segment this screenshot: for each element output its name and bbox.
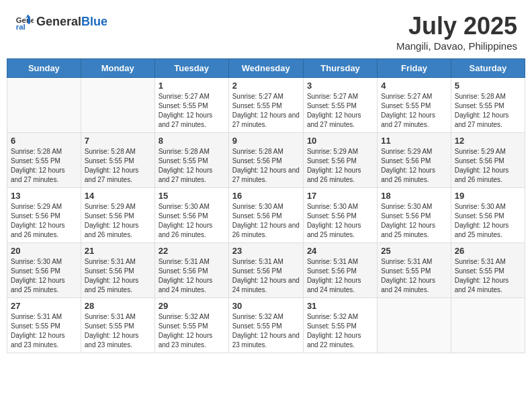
calendar-day-cell: 17 Sunrise: 5:30 AM Sunset: 5:56 PM Dayl… xyxy=(303,188,377,243)
day-info: Sunrise: 5:30 AM Sunset: 5:56 PM Dayligh… xyxy=(159,202,225,240)
calendar-day-cell: 31 Sunrise: 5:32 AM Sunset: 5:55 PM Dayl… xyxy=(303,298,377,353)
calendar-day-cell xyxy=(81,78,154,133)
daylight-label: Daylight: 12 hours and 24 minutes. xyxy=(159,277,213,293)
sunrise-label: Sunrise: 5:31 AM xyxy=(307,258,358,265)
sunset-label: Sunset: 5:56 PM xyxy=(11,212,60,220)
day-info: Sunrise: 5:29 AM Sunset: 5:56 PM Dayligh… xyxy=(307,147,373,185)
sunrise-label: Sunrise: 5:29 AM xyxy=(455,148,506,155)
sunrise-label: Sunrise: 5:30 AM xyxy=(455,203,506,210)
sunrise-label: Sunrise: 5:31 AM xyxy=(381,258,432,265)
sunset-label: Sunset: 5:56 PM xyxy=(85,267,134,275)
day-number: 4 xyxy=(381,81,447,91)
sunset-label: Sunset: 5:55 PM xyxy=(85,322,134,330)
sunset-label: Sunset: 5:56 PM xyxy=(232,157,282,165)
sunset-label: Sunset: 5:56 PM xyxy=(159,212,208,220)
sunset-label: Sunset: 5:56 PM xyxy=(307,267,357,275)
sunrise-label: Sunrise: 5:28 AM xyxy=(11,148,62,155)
sunrise-label: Sunrise: 5:30 AM xyxy=(381,203,432,210)
day-info: Sunrise: 5:30 AM Sunset: 5:56 PM Dayligh… xyxy=(381,202,447,240)
calendar-day-cell: 2 Sunrise: 5:27 AM Sunset: 5:55 PM Dayli… xyxy=(228,78,303,133)
day-number: 5 xyxy=(455,81,521,91)
sunset-label: Sunset: 5:55 PM xyxy=(85,157,134,165)
daylight-label: Daylight: 12 hours and 26 minutes. xyxy=(85,222,139,238)
day-header-thursday: Thursday xyxy=(303,59,377,78)
day-info: Sunrise: 5:31 AM Sunset: 5:56 PM Dayligh… xyxy=(85,257,151,295)
calendar-day-cell: 24 Sunrise: 5:31 AM Sunset: 5:56 PM Dayl… xyxy=(303,243,377,298)
calendar-day-cell: 3 Sunrise: 5:27 AM Sunset: 5:55 PM Dayli… xyxy=(303,78,377,133)
daylight-label: Daylight: 12 hours and 27 minutes. xyxy=(381,111,435,128)
day-header-saturday: Saturday xyxy=(451,59,525,78)
sunset-label: Sunset: 5:55 PM xyxy=(455,102,504,109)
daylight-label: Daylight: 12 hours and 26 minutes. xyxy=(455,167,509,183)
day-number: 7 xyxy=(85,136,151,146)
sunrise-label: Sunrise: 5:32 AM xyxy=(307,313,358,320)
day-number: 25 xyxy=(381,246,447,256)
sunset-label: Sunset: 5:56 PM xyxy=(455,212,504,220)
day-header-wednesday: Wednesday xyxy=(228,59,303,78)
daylight-label: Daylight: 12 hours and 24 minutes. xyxy=(232,277,300,293)
day-info: Sunrise: 5:28 AM Sunset: 5:55 PM Dayligh… xyxy=(11,147,77,185)
sunrise-label: Sunrise: 5:31 AM xyxy=(85,258,136,265)
day-number: 31 xyxy=(307,301,373,311)
sunrise-label: Sunrise: 5:29 AM xyxy=(85,203,136,210)
calendar-day-cell: 11 Sunrise: 5:29 AM Sunset: 5:56 PM Dayl… xyxy=(378,133,451,188)
day-header-sunday: Sunday xyxy=(7,59,81,78)
sunrise-label: Sunrise: 5:29 AM xyxy=(381,148,432,155)
daylight-label: Daylight: 12 hours and 27 minutes. xyxy=(455,111,509,128)
sunrise-label: Sunrise: 5:27 AM xyxy=(232,93,283,100)
day-number: 29 xyxy=(159,301,225,311)
calendar-week-row: 6 Sunrise: 5:28 AM Sunset: 5:55 PM Dayli… xyxy=(7,133,525,188)
calendar-day-cell: 12 Sunrise: 5:29 AM Sunset: 5:56 PM Dayl… xyxy=(451,133,525,188)
sunrise-label: Sunrise: 5:30 AM xyxy=(11,258,62,265)
daylight-label: Daylight: 12 hours and 27 minutes. xyxy=(232,111,300,128)
calendar-day-cell: 29 Sunrise: 5:32 AM Sunset: 5:55 PM Dayl… xyxy=(154,298,228,353)
day-info: Sunrise: 5:31 AM Sunset: 5:56 PM Dayligh… xyxy=(232,257,300,295)
day-info: Sunrise: 5:29 AM Sunset: 5:56 PM Dayligh… xyxy=(11,202,77,240)
sunrise-label: Sunrise: 5:32 AM xyxy=(159,313,210,320)
day-number: 21 xyxy=(85,246,151,256)
calendar-day-cell: 8 Sunrise: 5:28 AM Sunset: 5:55 PM Dayli… xyxy=(154,133,228,188)
calendar-week-row: 20 Sunrise: 5:30 AM Sunset: 5:56 PM Dayl… xyxy=(7,243,525,298)
day-info: Sunrise: 5:31 AM Sunset: 5:55 PM Dayligh… xyxy=(85,312,151,350)
day-info: Sunrise: 5:28 AM Sunset: 5:56 PM Dayligh… xyxy=(232,147,300,185)
sunrise-label: Sunrise: 5:30 AM xyxy=(159,203,210,210)
logo-text: GeneralBlue xyxy=(36,15,107,29)
daylight-label: Daylight: 12 hours and 23 minutes. xyxy=(11,332,65,349)
day-info: Sunrise: 5:27 AM Sunset: 5:55 PM Dayligh… xyxy=(232,92,300,130)
calendar-day-cell: 20 Sunrise: 5:30 AM Sunset: 5:56 PM Dayl… xyxy=(7,243,81,298)
sunrise-label: Sunrise: 5:30 AM xyxy=(232,203,283,210)
sunrise-label: Sunrise: 5:31 AM xyxy=(159,258,210,265)
day-number: 11 xyxy=(381,136,447,146)
sunset-label: Sunset: 5:56 PM xyxy=(232,267,282,275)
location: Mangili, Davao, Philippines xyxy=(396,40,517,52)
calendar-day-cell xyxy=(378,298,451,353)
calendar-day-cell: 10 Sunrise: 5:29 AM Sunset: 5:56 PM Dayl… xyxy=(303,133,377,188)
sunset-label: Sunset: 5:55 PM xyxy=(307,322,357,330)
sunset-label: Sunset: 5:55 PM xyxy=(11,157,60,165)
sunset-label: Sunset: 5:55 PM xyxy=(381,267,431,275)
calendar-day-cell: 9 Sunrise: 5:28 AM Sunset: 5:56 PM Dayli… xyxy=(228,133,303,188)
daylight-label: Daylight: 12 hours and 25 minutes. xyxy=(455,222,509,238)
day-number: 14 xyxy=(85,191,151,201)
day-info: Sunrise: 5:30 AM Sunset: 5:56 PM Dayligh… xyxy=(307,202,373,240)
day-number: 3 xyxy=(307,81,373,91)
calendar-header-row: SundayMondayTuesdayWednesdayThursdayFrid… xyxy=(7,59,525,78)
calendar-day-cell: 5 Sunrise: 5:28 AM Sunset: 5:55 PM Dayli… xyxy=(451,78,525,133)
day-info: Sunrise: 5:28 AM Sunset: 5:55 PM Dayligh… xyxy=(85,147,151,185)
daylight-label: Daylight: 12 hours and 23 minutes. xyxy=(159,332,213,349)
calendar-day-cell: 21 Sunrise: 5:31 AM Sunset: 5:56 PM Dayl… xyxy=(81,243,154,298)
day-info: Sunrise: 5:28 AM Sunset: 5:55 PM Dayligh… xyxy=(455,92,521,130)
sunrise-label: Sunrise: 5:32 AM xyxy=(232,313,283,320)
day-info: Sunrise: 5:27 AM Sunset: 5:55 PM Dayligh… xyxy=(381,92,447,130)
day-number: 2 xyxy=(232,81,300,91)
calendar-day-cell: 18 Sunrise: 5:30 AM Sunset: 5:56 PM Dayl… xyxy=(378,188,451,243)
daylight-label: Daylight: 12 hours and 26 minutes. xyxy=(232,222,300,238)
day-number: 8 xyxy=(159,136,225,146)
day-info: Sunrise: 5:31 AM Sunset: 5:55 PM Dayligh… xyxy=(11,312,77,350)
sunset-label: Sunset: 5:55 PM xyxy=(232,102,282,109)
sunset-label: Sunset: 5:56 PM xyxy=(85,212,134,220)
calendar-day-cell: 27 Sunrise: 5:31 AM Sunset: 5:55 PM Dayl… xyxy=(7,298,81,353)
sunset-label: Sunset: 5:56 PM xyxy=(381,157,431,165)
day-info: Sunrise: 5:31 AM Sunset: 5:56 PM Dayligh… xyxy=(159,257,225,295)
daylight-label: Daylight: 12 hours and 23 minutes. xyxy=(85,332,139,349)
